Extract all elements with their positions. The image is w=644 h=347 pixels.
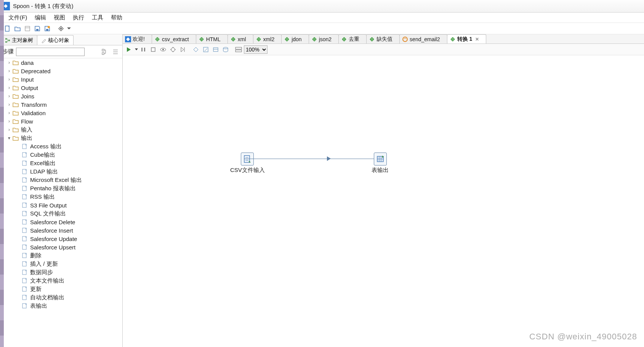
- tree-category[interactable]: ›Validation: [0, 109, 122, 117]
- steps-tree[interactable]: ›dana›Deprecated›Input›Output›Joins›Tran…: [0, 58, 122, 347]
- folder-icon: [12, 93, 19, 100]
- run-dropdown-icon[interactable]: [135, 48, 138, 50]
- save-as-button[interactable]: [43, 24, 52, 33]
- document-tab[interactable]: xml: [227, 34, 253, 43]
- verify-button[interactable]: [191, 45, 200, 54]
- document-tab[interactable]: jdon: [281, 34, 309, 43]
- expand-all-button[interactable]: [100, 48, 109, 56]
- replay-button[interactable]: [178, 45, 187, 54]
- tab-core-objects[interactable]: 核心对象: [37, 35, 74, 45]
- tree-step[interactable]: Pentaho 报表输出: [0, 184, 122, 193]
- menu-run[interactable]: 执行: [69, 14, 88, 21]
- tree-step-label: Pentaho 报表输出: [30, 185, 76, 192]
- tree-category[interactable]: ›dana: [0, 58, 122, 67]
- chevron-right-icon: ›: [6, 110, 12, 116]
- menu-edit[interactable]: 编辑: [31, 14, 50, 21]
- open-file-button[interactable]: [13, 24, 22, 33]
- watermark: CSDN @weixin_49005028: [529, 332, 637, 342]
- tree-step[interactable]: 更新: [0, 285, 122, 293]
- tree-category[interactable]: ›输入: [0, 125, 122, 134]
- tree-category[interactable]: ›Input: [0, 75, 122, 84]
- transformation-icon: [230, 36, 238, 42]
- stop-button[interactable]: [149, 45, 158, 54]
- run-button[interactable]: [124, 45, 133, 54]
- sql-button[interactable]: [211, 45, 220, 54]
- tab-main-object-tree[interactable]: 主对象树: [1, 35, 37, 45]
- tree-icon: [5, 38, 10, 43]
- document-tab[interactable]: HTML: [196, 34, 228, 43]
- tree-step[interactable]: Salesforce Upsert: [0, 243, 122, 251]
- tree-step[interactable]: Salesforce Insert: [0, 226, 122, 235]
- svg-rect-48: [203, 47, 208, 52]
- explore-db-button[interactable]: [221, 45, 230, 54]
- document-tab[interactable]: send_email2: [399, 34, 447, 43]
- step-icon: [21, 294, 28, 301]
- tree-step[interactable]: 自动文档输出: [0, 293, 122, 302]
- tree-step[interactable]: LDAP 输出: [0, 167, 122, 176]
- step-csv-file-input[interactable]: CSV文件输入: [230, 153, 265, 174]
- step-table-output[interactable]: 表输出: [372, 153, 389, 174]
- tree-category[interactable]: ▾输出: [0, 134, 122, 142]
- document-tab[interactable]: 去重: [338, 34, 367, 43]
- step-icon: [21, 160, 28, 167]
- tree-category[interactable]: ›Deprecated: [0, 67, 122, 75]
- close-icon[interactable]: ✕: [475, 37, 479, 42]
- document-tab[interactable]: 转换 1✕: [447, 34, 487, 43]
- zoom-select[interactable]: 100%: [244, 45, 268, 54]
- document-tab[interactable]: 欢迎!: [123, 34, 152, 43]
- explore-button[interactable]: [23, 24, 32, 33]
- tree-step[interactable]: 数据同步: [0, 268, 122, 276]
- step-icon: [21, 202, 28, 209]
- pause-button[interactable]: [139, 45, 148, 54]
- document-tab[interactable]: 缺失值: [366, 34, 400, 43]
- tree-step[interactable]: Excel输出: [0, 159, 122, 167]
- tree-category[interactable]: ›Transform: [0, 100, 122, 109]
- debug-button[interactable]: [168, 45, 178, 54]
- collapse-all-button[interactable]: [111, 48, 120, 56]
- menu-tools[interactable]: 工具: [88, 14, 107, 21]
- tree-step[interactable]: S3 File Output: [0, 201, 122, 209]
- document-tab-label: xml: [238, 36, 246, 42]
- tree-step[interactable]: 插入 / 更新: [0, 260, 122, 268]
- tree-category[interactable]: ›Flow: [0, 117, 122, 125]
- tree-step-label: 更新: [30, 286, 42, 293]
- document-tab[interactable]: xml2: [253, 34, 282, 43]
- tree-step[interactable]: 表输出: [0, 302, 122, 310]
- tree-category[interactable]: ›Output: [0, 84, 122, 92]
- tree-step[interactable]: SQL 文件输出: [0, 209, 122, 218]
- save-button[interactable]: [33, 24, 42, 33]
- tree-step[interactable]: 文本文件输出: [0, 276, 122, 285]
- chevron-right-icon: ›: [6, 127, 12, 132]
- tree-step[interactable]: Salesforce Update: [0, 235, 122, 243]
- tree-step[interactable]: Salesforce Delete: [0, 218, 122, 226]
- transformation-icon: [256, 36, 263, 42]
- tree-step[interactable]: Microsoft Excel 输出: [0, 176, 122, 184]
- transformation-canvas[interactable]: CSV文件输入 表输出 CSDN @weixin_49005028: [123, 55, 644, 347]
- tree-step[interactable]: Cube输出: [0, 151, 122, 159]
- perspective-button[interactable]: [56, 24, 66, 33]
- tree-step[interactable]: 删除: [0, 251, 122, 260]
- document-tab[interactable]: json2: [309, 34, 339, 43]
- tree-step[interactable]: Access 输出: [0, 142, 122, 151]
- hop-line[interactable]: [244, 159, 377, 159]
- tree-step[interactable]: RSS 输出: [0, 193, 122, 201]
- tree-step-label: Salesforce Update: [30, 236, 77, 242]
- steps-search-input[interactable]: [16, 48, 85, 56]
- folder-icon: [12, 76, 19, 83]
- main-toolbar: [0, 23, 644, 34]
- show-results-button[interactable]: [234, 45, 243, 54]
- step-icon: [21, 177, 28, 183]
- impact-button[interactable]: [201, 45, 210, 54]
- perspective-dropdown-icon[interactable]: [67, 27, 71, 29]
- folder-icon: [12, 109, 19, 116]
- menu-view[interactable]: 视图: [50, 14, 69, 21]
- menu-help[interactable]: 帮助: [107, 14, 126, 21]
- document-tab[interactable]: csv_extract: [152, 34, 196, 43]
- preview-button[interactable]: [159, 45, 168, 54]
- new-file-button[interactable]: [3, 24, 12, 33]
- step-icon: [21, 244, 28, 251]
- tree-category[interactable]: ›Joins: [0, 92, 122, 100]
- menu-file[interactable]: 文件(F): [5, 14, 31, 21]
- step-label: CSV文件输入: [230, 167, 265, 174]
- svg-rect-37: [141, 48, 143, 51]
